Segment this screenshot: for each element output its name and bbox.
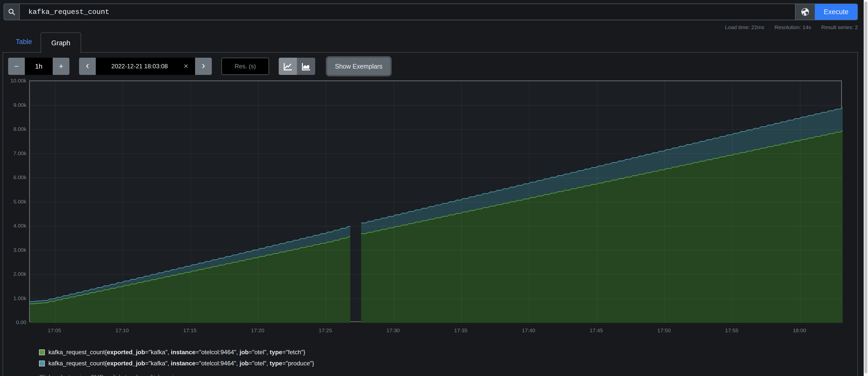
- range-decrease-button[interactable]: −: [8, 58, 25, 75]
- vertical-scrollbar[interactable]: [864, 0, 868, 376]
- end-time-value: 2022-12-21 18:03:08: [96, 63, 183, 70]
- query-stats: Load time: 22ms Resolution: 14s Result s…: [4, 24, 858, 31]
- search-icon: [8, 8, 16, 16]
- show-exemplars-button[interactable]: Show Exemplars: [327, 58, 390, 75]
- time-group: ‹ 2022-12-21 18:03:08 ✕ ›: [79, 58, 212, 75]
- stacked-graph-button[interactable]: [297, 58, 315, 75]
- legend: kafka_request_count{exported_job="kafka"…: [39, 347, 857, 369]
- y-tick-label: 0.00: [3, 319, 26, 326]
- resolution: Resolution: 14s: [775, 24, 811, 30]
- tabs: Table Graph: [4, 32, 858, 53]
- x-tick-label: 17:05: [42, 328, 67, 334]
- legend-swatch: [39, 349, 45, 355]
- scrollbar-thumb[interactable]: [864, 2, 867, 373]
- y-tick-label: 8.00k: [3, 126, 26, 132]
- legend-help: Click: select series, CMD + click: toggl…: [39, 374, 857, 376]
- legend-item[interactable]: kafka_request_count{exported_job="kafka"…: [39, 347, 857, 358]
- x-tick-label: 17:20: [245, 328, 270, 334]
- legend-series-name: kafka_request_count{exported_job="kafka"…: [49, 360, 314, 367]
- graph-controls: − + ‹ 2022-12-21 18:03:08 ✕ ›: [8, 58, 857, 75]
- display-mode-group: [279, 58, 315, 75]
- range-group: − +: [8, 58, 69, 75]
- line-graph-button[interactable]: [279, 58, 297, 75]
- x-tick-label: 17:40: [516, 328, 541, 334]
- y-tick-label: 6.00k: [3, 174, 26, 180]
- load-time: Load time: 22ms: [725, 24, 764, 30]
- legend-swatch: [39, 361, 45, 366]
- query-bar: Execute: [4, 4, 858, 20]
- graph-area: 0.001.00k2.00k3.00k4.00k5.00k6.00k7.00k8…: [3, 80, 857, 339]
- x-tick-label: 18:00: [787, 328, 812, 334]
- metrics-explorer-button[interactable]: [795, 4, 815, 20]
- line-chart-icon: [283, 62, 292, 71]
- x-tick-label: 17:35: [448, 328, 473, 334]
- clear-time-icon[interactable]: ✕: [183, 63, 195, 70]
- x-tick-label: 17:25: [313, 328, 338, 334]
- x-tick-label: 17:30: [380, 328, 406, 334]
- range-increase-button[interactable]: +: [53, 58, 69, 75]
- x-tick-label: 17:55: [719, 328, 744, 334]
- search-addon: [4, 4, 20, 20]
- x-tick-label: 17:50: [651, 328, 677, 334]
- fetch-area: [30, 237, 350, 323]
- end-time-input[interactable]: 2022-12-21 18:03:08 ✕: [96, 58, 195, 75]
- chart-svg: [30, 81, 843, 323]
- graph-canvas[interactable]: [29, 80, 842, 322]
- y-tick-label: 7.00k: [3, 150, 26, 157]
- x-tick-label: 17:10: [110, 328, 135, 334]
- stacked-chart-icon: [301, 62, 311, 71]
- tab-graph[interactable]: Graph: [40, 32, 81, 53]
- time-back-button[interactable]: ‹: [79, 58, 96, 75]
- y-tick-label: 9.00k: [3, 102, 26, 108]
- resolution-input[interactable]: [221, 58, 269, 75]
- expression-input[interactable]: [20, 4, 795, 20]
- x-tick-label: 17:45: [584, 328, 609, 334]
- x-tick-label: 17:15: [177, 328, 203, 334]
- y-tick-label: 4.00k: [3, 223, 26, 229]
- globe-icon: [801, 7, 810, 16]
- prometheus-expression-browser: Execute Load time: 22ms Resolution: 14s …: [0, 0, 868, 376]
- y-tick-label: 10.00k: [3, 78, 26, 84]
- time-forward-button[interactable]: ›: [195, 58, 212, 75]
- execute-button[interactable]: Execute: [815, 4, 857, 20]
- y-tick-label: 5.00k: [3, 199, 26, 205]
- result-series: Result series: 2: [821, 24, 858, 30]
- range-input[interactable]: [25, 58, 53, 75]
- legend-item[interactable]: kafka_request_count{exported_job="kafka"…: [39, 358, 857, 369]
- y-tick-label: 3.00k: [3, 247, 26, 253]
- tab-table[interactable]: Table: [16, 38, 32, 46]
- legend-series-name: kafka_request_count{exported_job="kafka"…: [49, 349, 305, 356]
- graph-panel: − + ‹ 2022-12-21 18:03:08 ✕ ›: [3, 52, 858, 376]
- y-tick-label: 2.00k: [3, 271, 26, 277]
- y-tick-label: 1.00k: [3, 295, 26, 301]
- fetch-area: [361, 131, 843, 323]
